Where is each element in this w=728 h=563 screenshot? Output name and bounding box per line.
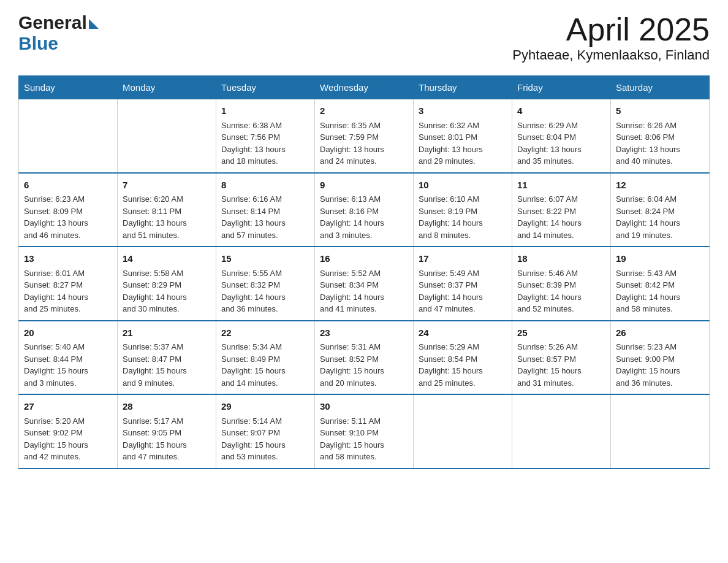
day-info: and 36 minutes. <box>221 303 309 315</box>
calendar-cell: 21Sunrise: 5:37 AMSunset: 8:47 PMDayligh… <box>118 321 216 395</box>
calendar-week-row: 13Sunrise: 6:01 AMSunset: 8:27 PMDayligh… <box>19 247 710 321</box>
day-info: and 58 minutes. <box>616 303 704 315</box>
day-info: Sunset: 8:14 PM <box>221 205 309 218</box>
day-number: 16 <box>320 252 408 266</box>
day-info: Sunset: 7:56 PM <box>221 131 309 144</box>
day-info: Daylight: 13 hours <box>419 144 507 156</box>
logo-general-text: General <box>18 12 87 33</box>
calendar-cell: 29Sunrise: 5:14 AMSunset: 9:07 PMDayligh… <box>216 394 315 469</box>
day-info: Sunrise: 6:20 AM <box>123 193 211 205</box>
calendar-cell: 10Sunrise: 6:10 AMSunset: 8:19 PMDayligh… <box>414 173 512 247</box>
day-number: 14 <box>123 252 211 266</box>
day-info: Daylight: 15 hours <box>221 365 309 377</box>
day-info: and 20 minutes. <box>320 377 408 389</box>
day-info: and 51 minutes. <box>123 229 211 242</box>
day-number: 1 <box>221 104 309 118</box>
day-info: and 24 minutes. <box>320 155 408 167</box>
day-number: 6 <box>24 178 112 193</box>
day-info: Sunrise: 5:17 AM <box>123 415 211 427</box>
day-info: Daylight: 15 hours <box>24 439 112 451</box>
day-info: Sunrise: 6:16 AM <box>221 193 309 205</box>
day-info: Daylight: 15 hours <box>320 439 408 451</box>
day-info: Daylight: 13 hours <box>24 217 112 229</box>
day-info: Sunrise: 6:29 AM <box>517 120 605 132</box>
day-info: Daylight: 15 hours <box>419 365 507 377</box>
calendar-day-header: Saturday <box>611 76 710 99</box>
day-number: 23 <box>320 326 408 340</box>
calendar-cell: 19Sunrise: 5:43 AMSunset: 8:42 PMDayligh… <box>611 247 710 321</box>
day-number: 3 <box>419 104 507 118</box>
day-info: Sunset: 8:39 PM <box>517 279 605 291</box>
day-info: Daylight: 15 hours <box>123 439 211 451</box>
calendar-cell: 12Sunrise: 6:04 AMSunset: 8:24 PMDayligh… <box>611 173 710 247</box>
day-info: and 3 minutes. <box>320 229 408 242</box>
calendar-cell <box>611 394 710 469</box>
calendar-week-row: 27Sunrise: 5:20 AMSunset: 9:02 PMDayligh… <box>19 394 710 469</box>
calendar-cell <box>414 394 512 469</box>
day-info: Sunrise: 5:23 AM <box>616 341 704 353</box>
day-number: 22 <box>221 326 309 340</box>
day-info: Sunrise: 6:04 AM <box>616 193 704 205</box>
calendar-cell: 20Sunrise: 5:40 AMSunset: 8:44 PMDayligh… <box>19 321 118 395</box>
calendar-cell: 23Sunrise: 5:31 AMSunset: 8:52 PMDayligh… <box>315 321 414 395</box>
day-info: Daylight: 13 hours <box>221 217 309 229</box>
day-info: Sunset: 8:29 PM <box>123 279 211 291</box>
day-info: Daylight: 15 hours <box>616 365 704 377</box>
calendar-day-header: Sunday <box>19 76 118 99</box>
calendar-cell: 15Sunrise: 5:55 AMSunset: 8:32 PMDayligh… <box>216 247 315 321</box>
day-info: and 18 minutes. <box>221 155 309 167</box>
day-number: 7 <box>123 178 211 193</box>
day-number: 9 <box>320 178 408 193</box>
day-info: and 47 minutes. <box>419 303 507 315</box>
day-info: Sunset: 8:24 PM <box>616 205 704 218</box>
calendar-cell: 26Sunrise: 5:23 AMSunset: 9:00 PMDayligh… <box>611 321 710 395</box>
day-info: and 47 minutes. <box>123 451 211 463</box>
day-info: Sunset: 9:05 PM <box>123 427 211 439</box>
calendar-day-header: Monday <box>118 76 216 99</box>
day-info: and 41 minutes. <box>320 303 408 315</box>
day-number: 18 <box>517 252 605 266</box>
day-number: 27 <box>24 400 112 414</box>
day-info: and 35 minutes. <box>517 155 605 167</box>
day-number: 5 <box>616 104 704 118</box>
day-info: Sunrise: 6:38 AM <box>221 120 309 132</box>
day-number: 19 <box>616 252 704 266</box>
day-info: Sunrise: 5:52 AM <box>320 267 408 280</box>
day-number: 28 <box>123 400 211 414</box>
day-info: Sunset: 8:19 PM <box>419 205 507 218</box>
day-info: Sunset: 8:47 PM <box>123 353 211 366</box>
day-info: and 42 minutes. <box>24 451 112 463</box>
calendar-cell: 18Sunrise: 5:46 AMSunset: 8:39 PMDayligh… <box>512 247 611 321</box>
title-block: April 2025 Pyhtaeae, Kymenlaakso, Finlan… <box>512 12 710 63</box>
calendar-cell <box>512 394 611 469</box>
day-info: Sunset: 8:16 PM <box>320 205 408 218</box>
calendar-cell: 9Sunrise: 6:13 AMSunset: 8:16 PMDaylight… <box>315 173 414 247</box>
day-info: Sunrise: 5:11 AM <box>320 415 408 427</box>
day-number: 15 <box>221 252 309 266</box>
day-info: Sunset: 8:49 PM <box>221 353 309 366</box>
day-info: Sunrise: 5:37 AM <box>123 341 211 353</box>
day-info: Sunrise: 5:20 AM <box>24 415 112 427</box>
day-info: Sunset: 9:02 PM <box>24 427 112 439</box>
calendar-cell: 24Sunrise: 5:29 AMSunset: 8:54 PMDayligh… <box>414 321 512 395</box>
day-info: Daylight: 14 hours <box>616 291 704 304</box>
logo: General Blue <box>18 12 99 54</box>
day-info: Sunrise: 5:40 AM <box>24 341 112 353</box>
day-info: and 36 minutes. <box>616 377 704 389</box>
calendar-day-header: Tuesday <box>216 76 315 99</box>
day-info: Daylight: 14 hours <box>517 291 605 304</box>
day-info: and 3 minutes. <box>24 377 112 389</box>
day-info: Daylight: 15 hours <box>123 365 211 377</box>
day-info: Sunrise: 6:01 AM <box>24 267 112 280</box>
page-header: General Blue April 2025 Pyhtaeae, Kymenl… <box>18 12 710 63</box>
calendar-cell: 1Sunrise: 6:38 AMSunset: 7:56 PMDaylight… <box>216 99 315 173</box>
day-info: Daylight: 13 hours <box>517 144 605 156</box>
calendar-day-header: Friday <box>512 76 611 99</box>
calendar-cell <box>19 99 118 173</box>
day-info: Sunset: 7:59 PM <box>320 131 408 144</box>
day-info: Sunrise: 5:31 AM <box>320 341 408 353</box>
day-info: Daylight: 14 hours <box>320 217 408 229</box>
day-info: Sunset: 9:07 PM <box>221 427 309 439</box>
day-number: 26 <box>616 326 704 340</box>
day-info: Sunrise: 6:35 AM <box>320 120 408 132</box>
